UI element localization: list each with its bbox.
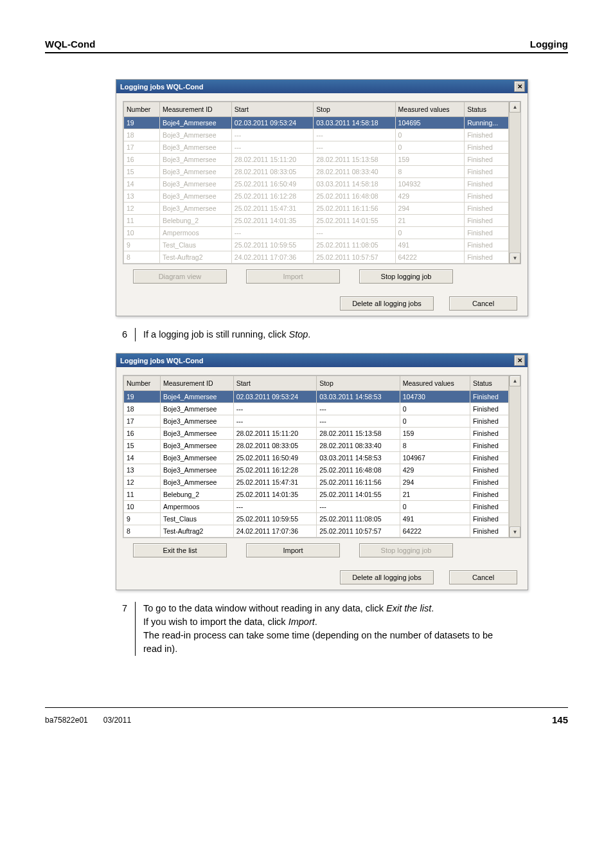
step-text: To go to the data window without reading… [136,602,503,656]
col-id[interactable]: Measurement ID [160,102,232,117]
col-start[interactable]: Start [233,376,317,391]
jobs-table-2: Number Measurement ID Start Stop Measure… [123,375,509,538]
table-row[interactable]: 16Boje3_Ammersee28.02.2011 15:11:2028.02… [124,428,509,440]
scroll-down-icon[interactable]: ▼ [510,253,520,264]
table-row[interactable]: 17Boje3_Ammersee------0Finished [124,141,509,154]
cell: 13 [124,190,160,203]
dialog-logging-jobs-1: Logging jobs WQL-Cond ✕ Number Measureme… [116,79,528,316]
table-row[interactable]: 19Boje4_Ammersee02.03.2011 09:53:2403.03… [124,391,509,403]
table-header-row: Number Measurement ID Start Stop Measure… [124,376,509,391]
cell: 16 [124,154,160,166]
cell: Finished [465,129,509,141]
cancel-button[interactable]: Cancel [449,296,517,311]
import-button[interactable]: Import [246,269,340,284]
table-row[interactable]: 18Boje3_Ammersee------0Finished [124,403,509,415]
cell: --- [317,501,400,513]
footer-date: 03/2011 [103,716,131,725]
cell: Finished [470,525,509,538]
close-icon[interactable]: ✕ [514,81,525,92]
close-icon[interactable]: ✕ [514,355,525,366]
table-row[interactable]: 9Test_Claus25.02.2011 10:59:5525.02.2011… [124,513,509,525]
table-row[interactable]: 11Belebung_225.02.2011 14:01:3525.02.201… [124,489,509,501]
import-button[interactable]: Import [246,543,340,557]
delete-all-button[interactable]: Delete all logging jobs [340,296,434,311]
stop-logging-button[interactable]: Stop logging job [359,269,453,284]
table-row[interactable]: 14Boje3_Ammersee25.02.2011 16:50:4903.03… [124,178,509,190]
cell: Finished [465,141,509,154]
cell: 25.02.2011 16:48:08 [314,190,395,203]
table-row[interactable]: 10Ampermoos------0Finished [124,501,509,513]
cell: 25.02.2011 11:08:05 [314,239,395,251]
table-row[interactable]: 9Test_Claus25.02.2011 10:59:5525.02.2011… [124,239,509,251]
delete-all-button[interactable]: Delete all logging jobs [340,570,434,584]
table-row[interactable]: 10Ampermoos------0Finished [124,227,509,239]
table-row[interactable]: 19Boje4_Ammersee02.03.2011 09:53:2403.03… [124,117,509,129]
stop-logging-button[interactable]: Stop logging job [359,543,453,557]
col-number[interactable]: Number [124,102,160,117]
step-text-d: If you wish to import the data, click [143,617,289,627]
cell: Ampermoos [160,227,232,239]
cell: 0 [400,403,470,415]
cell: Finished [465,203,509,215]
diagram-view-button[interactable]: Diagram view [133,269,227,284]
page-number: 145 [552,714,568,725]
step-text-g: The read-in process can take some time (… [143,630,493,654]
cell: Finished [470,476,509,489]
table-row[interactable]: 17Boje3_Ammersee------0Finished [124,415,509,428]
cell: 8 [124,525,161,538]
scroll-up-icon[interactable]: ▲ [510,375,520,386]
scroll-down-icon[interactable]: ▼ [510,527,520,538]
col-id[interactable]: Measurement ID [160,376,233,391]
table-row[interactable]: 8Test-Auftrag224.02.2011 17:07:3625.02.2… [124,251,509,264]
step-text-c: . [431,603,434,613]
cell: 429 [400,464,470,476]
table-row[interactable]: 16Boje3_Ammersee28.02.2011 15:11:2028.02… [124,154,509,166]
dialog-title: Logging jobs WQL-Cond [120,357,204,365]
table-row[interactable]: 11Belebung_225.02.2011 14:01:3525.02.201… [124,215,509,227]
col-stop[interactable]: Stop [317,376,400,391]
cell: 25.02.2011 16:12:28 [233,464,317,476]
col-status[interactable]: Status [470,376,509,391]
col-values[interactable]: Measured values [395,102,465,117]
scrollbar[interactable]: ▲ ▼ [509,375,520,538]
col-number[interactable]: Number [124,376,161,391]
cell: Test-Auftrag2 [160,251,232,264]
table-row[interactable]: 18Boje3_Ammersee------0Finished [124,129,509,141]
col-values[interactable]: Measured values [400,376,470,391]
scrollbar[interactable]: ▲ ▼ [509,102,520,264]
cell: 17 [124,415,161,428]
table-row[interactable]: 12Boje3_Ammersee25.02.2011 15:47:3125.02… [124,476,509,489]
cell: 11 [124,489,161,501]
cancel-button[interactable]: Cancel [449,570,517,584]
cell: Finished [465,190,509,203]
exit-list-button[interactable]: Exit the list [133,543,227,557]
col-status[interactable]: Status [465,102,509,117]
scroll-up-icon[interactable]: ▲ [510,102,520,113]
col-start[interactable]: Start [231,102,313,117]
cell: 8 [400,440,470,452]
table-row[interactable]: 15Boje3_Ammersee28.02.2011 08:33:0528.02… [124,166,509,178]
cell: 16 [124,428,161,440]
cell: Finished [465,227,509,239]
cell: 24.02.2011 17:07:36 [231,251,313,264]
step-number: 7 [107,602,136,656]
cell: Finished [465,239,509,251]
table-row[interactable]: 14Boje3_Ammersee25.02.2011 16:50:4903.03… [124,452,509,464]
table-row[interactable]: 8Test-Auftrag224.02.2011 17:07:3625.02.2… [124,525,509,538]
table-row[interactable]: 15Boje3_Ammersee28.02.2011 08:33:0528.02… [124,440,509,452]
cell: 28.02.2011 08:33:05 [231,166,313,178]
cell: 28.02.2011 15:11:20 [233,428,317,440]
table-row[interactable]: 13Boje3_Ammersee25.02.2011 16:12:2825.02… [124,464,509,476]
table-row[interactable]: 13Boje3_Ammersee25.02.2011 16:12:2825.02… [124,190,509,203]
cell: Boje3_Ammersee [160,440,233,452]
cell: 294 [395,203,465,215]
cell: --- [233,403,317,415]
table-row[interactable]: 12Boje3_Ammersee25.02.2011 15:47:3125.02… [124,203,509,215]
cell: 25.02.2011 14:01:55 [317,489,400,501]
cell: 02.03.2011 09:53:24 [231,117,313,129]
cell: Boje3_Ammersee [160,154,232,166]
cell: Boje4_Ammersee [160,391,233,403]
col-stop[interactable]: Stop [314,102,395,117]
cell: Boje3_Ammersee [160,129,232,141]
cell: 25.02.2011 14:01:35 [231,215,313,227]
